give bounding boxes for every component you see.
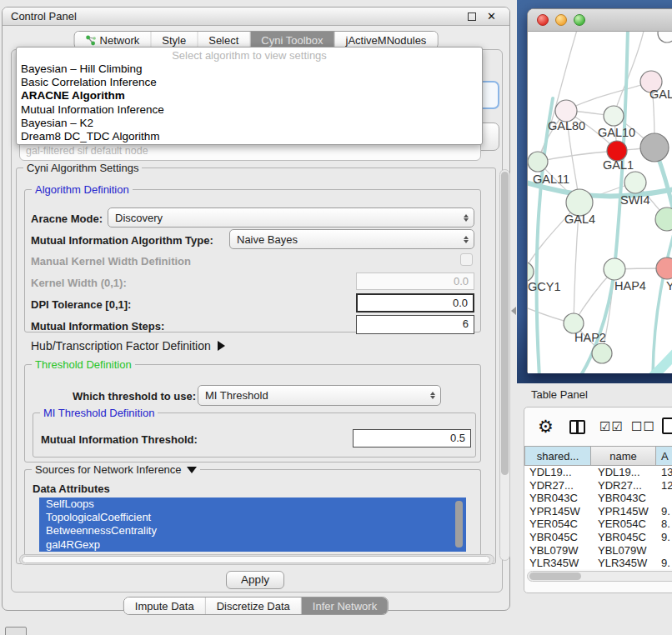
which-threshold-select[interactable]: MI Threshold [198,385,441,406]
table-cell: YBR045C [591,531,656,544]
hub-definition-toggle[interactable]: Hub/Transcription Factor Definition [31,339,225,352]
table-cell: 9. [656,531,672,544]
dpi-tolerance-field[interactable]: 0.0 [356,293,474,312]
close-icon[interactable]: ✕ [487,10,496,22]
table-cell [656,544,672,558]
zoom-traffic-light-icon[interactable] [574,14,585,26]
node-label: GAL11 [533,172,569,186]
attributes-list-scrollbar[interactable] [455,501,463,548]
tab-cyni-toolbox[interactable]: Cyni Toolbox [250,32,334,48]
node-gal10[interactable] [604,106,624,126]
manual-kernel-width-checkbox[interactable] [460,253,473,266]
panel-divider-grip[interactable] [511,307,516,315]
apply-button[interactable]: Apply [226,571,284,589]
table-row[interactable]: YPR145WYPR145W9. [524,505,672,518]
table-row[interactable]: YDL19...YDL19...13 [524,466,672,479]
table-row[interactable]: YBL079WYBL079W [524,544,672,558]
data-attribute-item[interactable]: BetweennessCentrality [39,524,466,538]
aracne-mode-value: Discovery [115,212,163,224]
tab-infer-network[interactable]: Infer Network [302,598,388,614]
kernel-width-field[interactable]: 0.0 [356,272,474,290]
table-cell: YDL19... [591,466,656,479]
minimize-traffic-light-icon[interactable] [555,14,567,26]
node-salmon[interactable] [656,258,672,279]
table-cell: YDR27... [524,479,591,492]
aracne-mode-select[interactable]: Discovery [108,208,474,228]
column-header-shared-name[interactable]: shared... [524,446,591,466]
close-traffic-light-icon[interactable] [537,14,549,26]
data-attribute-item[interactable]: SelfLoops [39,498,466,511]
algorithm-option[interactable]: Mutual Information Inference [17,103,482,117]
mi-algorithm-type-select[interactable]: Naive Bayes [229,229,474,249]
table-row[interactable]: YER054CYER054C8. [524,518,672,531]
algorithm-option[interactable]: Basic Correlation Inference [17,76,482,89]
node-gcy1[interactable] [528,262,534,282]
table-cell: YPR145W [591,505,656,518]
occluded-network-combo-label: gal-filtered sif default node [26,145,148,157]
scrollbar-thumb[interactable] [22,556,490,563]
stepper-arrows-icon [464,230,469,248]
gear-icon[interactable]: ⚙ [538,418,554,435]
algorithm-option[interactable]: Bayesian – Hill Climbing [17,62,482,76]
tab-jactivemnodules[interactable]: jActiveMNodules [335,32,438,48]
mi-steps-field[interactable]: 6 [356,315,474,334]
node-top[interactable] [658,32,672,42]
table-row[interactable]: YBR045CYBR045C9. [524,531,672,544]
tab-select[interactable]: Select [198,32,250,48]
network-window[interactable]: GAL2GAL80GAL10GAL1GAL11SWI4GAL4GCY1HAP4Y… [527,8,672,373]
table-cell: 9. [656,557,672,569]
tab-style[interactable]: Style [151,32,198,48]
settings-vertical-scrollbar[interactable] [499,169,510,561]
node-label: GCY1 [528,280,561,293]
algorithm-option[interactable]: ARACNE Algorithm [17,89,482,102]
data-attribute-item[interactable]: gal4RGexp [39,538,466,552]
network-canvas[interactable]: GAL2GAL80GAL10GAL1GAL11SWI4GAL4GCY1HAP4Y… [528,32,672,373]
select-all-checkboxes-icon[interactable]: ☑☑ [599,419,624,434]
settings-horizontal-scrollbar[interactable] [19,554,494,565]
network-window-titlebar[interactable] [528,9,672,32]
float-window-icon[interactable] [468,12,476,21]
table-row[interactable]: YBR043CYBR043C [524,492,672,505]
mi-threshold-group-title: MI Threshold Definition [40,407,158,419]
algorithm-option[interactable]: Dream8 DC_TDC Algorithm [17,130,482,143]
tab-network[interactable]: Network [75,32,152,48]
scrollbar-thumb[interactable] [501,172,509,475]
tab-impute-data[interactable]: Impute Data [124,598,206,614]
algorithm-option[interactable]: Bayesian – K2 [17,117,482,130]
node-swi4[interactable] [624,172,646,193]
document-icon[interactable] [662,418,672,434]
column-header-partial[interactable]: A [656,446,672,466]
minimized-panel-icon[interactable] [5,627,27,635]
tab-discretize-data[interactable]: Discretize Data [206,598,302,614]
cyni-bottom-tabbar: Impute Data Discretize Data Infer Networ… [123,597,389,615]
table-horizontal-scrollbar[interactable] [527,571,672,582]
node-gal11[interactable] [528,152,548,172]
table-cell: YBL079W [591,544,656,558]
scrollbar-thumb[interactable] [529,572,581,580]
deselect-all-checkboxes-icon[interactable]: ☐☐ [631,419,655,434]
column-header-name[interactable]: name [591,446,656,466]
node-label: HAP2 [574,331,606,344]
table-row[interactable]: YLR345WYLR345W9. [524,557,672,569]
columns-icon[interactable] [569,420,585,434]
network-edge[interactable] [654,148,672,250]
mi-steps-label: Mutual Information Steps: [31,320,164,332]
control-panel-titlebar[interactable]: Control Panel ✕ [3,8,509,26]
network-edge[interactable] [566,82,651,111]
node-gray[interactable] [640,133,669,162]
node-green-right[interactable] [655,208,672,231]
table-cell: YBR043C [591,492,656,505]
stepper-arrows-icon [464,208,469,227]
node-bottom[interactable] [592,343,612,363]
sources-group-title: Sources for Network Inference [35,463,182,476]
node-hap4[interactable] [604,258,625,280]
table-cell: 12 [656,479,672,492]
node-label: Y [666,279,672,292]
mi-threshold-field[interactable]: 0.5 [353,429,471,448]
sources-group-toggle[interactable]: Sources for Network Inference [32,463,200,476]
data-attribute-item[interactable]: TopologicalCoefficient [39,511,466,524]
network-edge[interactable] [538,32,578,162]
network-edge[interactable] [643,343,672,373]
table-row[interactable]: YDR27...YDR27...12 [524,479,672,492]
table-cell [656,492,672,505]
